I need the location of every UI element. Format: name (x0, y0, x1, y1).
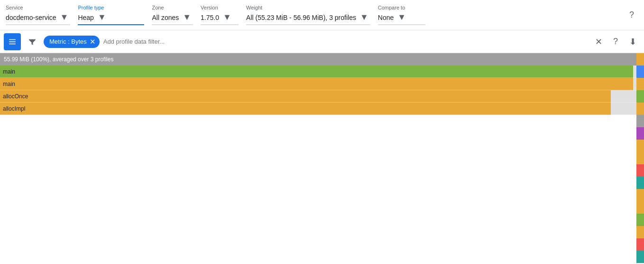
flame-row-label: allocImpl (0, 105, 25, 112)
flame-row[interactable]: main (0, 78, 636, 90)
flame-row-label: main (0, 81, 15, 87)
filter-help-icon: ? (613, 37, 618, 47)
flame-row-label: main (0, 68, 15, 75)
version-value: 1.75.0 (201, 14, 219, 21)
filter-bar: Metric : Bytes ✕ ✕ ? ⬇ (0, 30, 644, 53)
sidebar-color-bar (636, 152, 644, 164)
metric-chip-label: Metric : Bytes (49, 38, 87, 45)
toolbar: Service docdemo-service ▼ Profile type H… (0, 0, 644, 30)
profile-type-value: Heap (78, 14, 93, 21)
version-label: Version (201, 5, 239, 10)
service-select[interactable]: docdemo-service ▼ (6, 11, 70, 25)
sidebar-color-bar (636, 127, 644, 140)
flamegraph-sidebar (636, 53, 644, 264)
sidebar-color-bar (636, 66, 644, 78)
profile-type-dropdown-group: Profile type Heap ▼ (78, 5, 144, 25)
sidebar-color-bar (636, 90, 644, 103)
close-filter-icon: ✕ (595, 37, 602, 47)
weight-label: Weight (246, 5, 370, 10)
service-value: docdemo-service (6, 14, 56, 21)
weight-dropdown-group: Weight All (55.23 MiB - 56.96 MiB), 3 pr… (246, 5, 370, 25)
profile-data-filter-input[interactable] (103, 38, 587, 45)
weight-arrow-icon: ▼ (360, 12, 368, 22)
sidebar-color-bar (636, 251, 644, 263)
zone-arrow-icon: ▼ (183, 12, 191, 22)
sidebar-color-bar (636, 226, 644, 238)
sidebar-color-bar (636, 140, 644, 152)
summary-text: 55.99 MiB (100%), averaged over 3 profil… (4, 56, 113, 63)
flame-row[interactable]: allocImpl (0, 103, 636, 115)
zone-select[interactable]: All zones ▼ (152, 11, 193, 25)
profile-type-select[interactable]: Heap ▼ (78, 11, 144, 25)
svg-rect-1 (9, 41, 16, 42)
service-label: Service (6, 5, 70, 10)
zone-label: Zone (152, 5, 193, 10)
sidebar-color-bar (636, 164, 644, 177)
flame-row[interactable]: main (0, 66, 636, 78)
flame-row-label: allocOnce (0, 93, 28, 100)
compare-value: None (378, 14, 394, 21)
sidebar-color-bar (636, 189, 644, 201)
filter-icon (28, 38, 37, 46)
filter-help-button[interactable]: ? (608, 34, 623, 49)
sidebar-color-bar (636, 177, 644, 189)
version-select[interactable]: 1.75.0 ▼ (201, 11, 239, 25)
flame-row[interactable]: allocOnce (0, 90, 636, 103)
profile-type-label: Profile type (78, 5, 144, 10)
list-view-button[interactable] (4, 33, 21, 50)
filter-icon-button[interactable] (25, 34, 40, 49)
download-button[interactable]: ⬇ (625, 34, 640, 49)
svg-rect-0 (9, 39, 16, 40)
download-icon: ⬇ (629, 37, 636, 47)
sidebar-color-bar (636, 214, 644, 226)
zone-dropdown-group: Zone All zones ▼ (152, 5, 193, 25)
clear-filter-button[interactable]: ✕ (591, 34, 606, 49)
metric-chip-close-icon[interactable]: ✕ (90, 38, 96, 46)
weight-select[interactable]: All (55.23 MiB - 56.96 MiB), 3 profiles … (246, 11, 370, 25)
weight-value: All (55.23 MiB - 56.96 MiB), 3 profiles (246, 14, 356, 21)
list-view-icon (8, 38, 17, 46)
sidebar-color-bar (636, 53, 644, 66)
sidebar-color-bar (636, 201, 644, 214)
sidebar-color-bar (636, 115, 644, 127)
service-arrow-icon: ▼ (60, 12, 69, 22)
help-button[interactable]: ? (625, 9, 638, 22)
sidebar-color-bar (636, 103, 644, 115)
help-icon: ? (629, 10, 634, 20)
profile-type-arrow-icon: ▼ (98, 12, 106, 22)
service-dropdown-group: Service docdemo-service ▼ (6, 5, 70, 25)
compare-label: Compare to (378, 5, 425, 10)
compare-dropdown-group: Compare to None ▼ (378, 5, 425, 25)
flamegraph-container: 55.99 MiB (100%), averaged over 3 profil… (0, 53, 644, 264)
compare-arrow-icon: ▼ (397, 12, 406, 22)
zone-value: All zones (152, 14, 179, 21)
sidebar-color-bar (636, 78, 644, 90)
metric-chip: Metric : Bytes ✕ (44, 36, 100, 48)
flame-rows: mainmainallocOnceallocImpl (0, 66, 636, 115)
version-arrow-icon: ▼ (223, 12, 231, 22)
filter-bar-actions: ✕ ? ⬇ (591, 34, 640, 49)
version-dropdown-group: Version 1.75.0 ▼ (201, 5, 239, 25)
sidebar-color-bar (636, 238, 644, 251)
svg-rect-2 (9, 43, 16, 44)
compare-select[interactable]: None ▼ (378, 11, 425, 25)
flamegraph-main[interactable]: 55.99 MiB (100%), averaged over 3 profil… (0, 53, 636, 264)
summary-bar: 55.99 MiB (100%), averaged over 3 profil… (0, 53, 636, 66)
